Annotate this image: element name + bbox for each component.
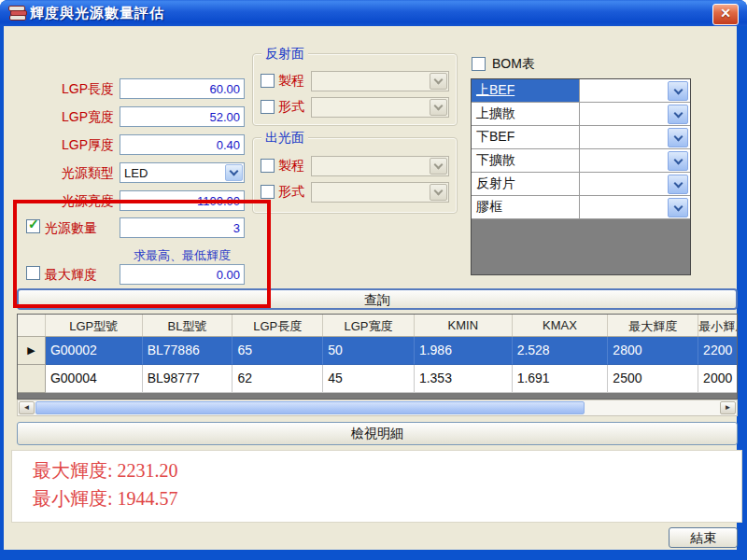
min-luminance-result: 最小輝度: 1944.57 (33, 486, 178, 511)
end-button[interactable]: 結束 (669, 527, 738, 548)
bom-row-label: 膠框 (472, 196, 580, 219)
cell-lgp-width: 45 (323, 365, 415, 393)
chevron-down-icon[interactable] (225, 164, 243, 181)
light-type-select[interactable]: LED (120, 162, 245, 183)
chevron-down-icon[interactable] (668, 175, 688, 194)
bom-row-select[interactable] (580, 126, 690, 149)
cell-bl-model: BL98777 (143, 365, 233, 393)
lgp-thickness-label: LGP厚度 (30, 137, 114, 154)
lgp-thickness-input[interactable] (120, 134, 245, 155)
bom-checkbox[interactable] (472, 57, 486, 71)
bom-row-upper-bef[interactable]: 上BEF (472, 79, 690, 103)
cell-min-luminance: 2000 (698, 365, 737, 393)
max-luminance-label: 最大輝度 (45, 267, 129, 284)
grid-header-lgp-width[interactable]: LGP寬度 (323, 315, 415, 336)
dialog-window: 輝度與光源數量評估 ✕ LGP長度 LGP寬度 LGP厚度 光源類型 LED 光… (0, 0, 747, 560)
exit-form-label: 形式 (278, 184, 304, 201)
grid-header-row: LGP型號 BL型號 LGP長度 LGP寬度 KMIN KMAX 最大輝度 最小… (18, 315, 737, 337)
bom-row-select[interactable] (580, 196, 690, 219)
reflect-form-select[interactable] (311, 97, 449, 118)
exit-process-select[interactable] (311, 156, 449, 176)
exit-surface-title: 出光面 (261, 130, 308, 147)
grid-header-selector (18, 315, 46, 336)
lgp-length-input[interactable] (120, 78, 245, 99)
bom-row-label: 反射片 (472, 173, 580, 196)
reflect-process-checkbox[interactable] (261, 74, 275, 88)
exit-process-checkbox[interactable] (261, 159, 275, 173)
scrollbar-thumb[interactable] (35, 401, 585, 414)
grid-header-max-luminance[interactable]: 最大輝度 (608, 315, 698, 336)
bom-row-upper-diffuser[interactable]: 上擴散 (472, 103, 690, 126)
bom-row-reflector[interactable]: 反射片 (472, 173, 690, 196)
app-icon (8, 6, 25, 21)
bom-row-select[interactable] (580, 149, 690, 173)
cell-kmin: 1.986 (415, 337, 513, 365)
cell-kmin: 1.353 (415, 365, 513, 393)
light-count-label: 光源數量 (45, 220, 129, 237)
cell-lgp-model: G00004 (46, 365, 143, 393)
cell-min-luminance: 2200 (698, 337, 737, 365)
grid-header-lgp-length[interactable]: LGP長度 (233, 315, 323, 336)
title-bar[interactable]: 輝度與光源數量評估 ✕ (0, 0, 747, 26)
cell-kmax: 1.691 (513, 365, 609, 393)
grid-header-min-luminance[interactable]: 最小輝度 (698, 315, 737, 336)
cell-lgp-width: 50 (323, 337, 415, 365)
view-detail-button[interactable]: 檢視明細 (17, 422, 738, 445)
light-count-input[interactable] (120, 217, 245, 238)
bom-row-frame[interactable]: 膠框 (472, 196, 690, 219)
chevron-down-icon[interactable] (430, 184, 447, 201)
close-icon[interactable]: ✕ (712, 4, 739, 25)
grid-header-kmin[interactable]: KMIN (415, 315, 513, 336)
reflect-form-checkbox[interactable] (261, 100, 275, 114)
scroll-left-icon[interactable]: ◄ (19, 401, 35, 414)
bom-row-lower-diffuser[interactable]: 下擴散 (472, 149, 690, 173)
cell-kmax: 2.528 (513, 337, 609, 365)
exit-form-checkbox[interactable] (261, 185, 275, 199)
chevron-down-icon[interactable] (668, 198, 688, 217)
max-luminance-input[interactable] (120, 264, 245, 285)
chevron-down-icon[interactable] (430, 73, 447, 90)
grid-header-lgp-model[interactable]: LGP型號 (46, 315, 143, 336)
bom-panel: 上BEF 上擴散 下BEF 下擴散 (471, 78, 691, 275)
scroll-right-icon[interactable]: ► (720, 401, 736, 414)
chevron-down-icon[interactable] (668, 105, 688, 124)
max-luminance-checkbox[interactable] (26, 266, 40, 280)
query-button[interactable]: 查詢 (17, 288, 738, 310)
exit-form-select[interactable] (311, 182, 449, 203)
table-row[interactable]: ▶ G00002 BL77886 65 50 1.986 2.528 2800 … (18, 337, 737, 365)
lgp-width-label: LGP寬度 (30, 109, 114, 126)
light-brightness-input[interactable] (120, 190, 245, 211)
lgp-length-label: LGP長度 (30, 81, 114, 98)
light-type-label: 光源類型 (30, 165, 114, 182)
chevron-down-icon[interactable] (668, 151, 688, 171)
bom-label: BOM表 (492, 56, 535, 73)
chevron-down-icon[interactable] (430, 158, 447, 175)
reflect-surface-title: 反射面 (261, 46, 308, 63)
chevron-down-icon[interactable] (430, 99, 447, 116)
chevron-down-icon[interactable] (668, 81, 688, 101)
check-icon: ✓ (28, 217, 39, 231)
reflect-process-select[interactable] (311, 71, 449, 91)
chevron-down-icon[interactable] (668, 128, 688, 147)
light-count-checkbox[interactable]: ✓ (26, 219, 40, 233)
horizontal-scrollbar[interactable]: ◄ ► (17, 399, 738, 416)
minmax-hint-label: 求最高、最低輝度 (118, 247, 247, 264)
bom-row-select[interactable] (580, 79, 690, 103)
cell-max-luminance: 2500 (608, 365, 698, 393)
table-row[interactable]: G00004 BL98777 62 45 1.353 1.691 2500 20… (18, 365, 737, 393)
reflect-process-label: 製程 (278, 73, 304, 90)
grid-header-kmax[interactable]: KMAX (513, 315, 609, 336)
bom-row-select[interactable] (580, 103, 690, 126)
grid-header-bl-model[interactable]: BL型號 (143, 315, 233, 336)
window-title: 輝度與光源數量評估 (30, 5, 164, 22)
reflect-surface-group: 反射面 製程 形式 (252, 53, 458, 126)
light-type-value: LED (124, 166, 148, 180)
row-selector[interactable] (18, 365, 46, 393)
result-grid: LGP型號 BL型號 LGP長度 LGP寬度 KMIN KMAX 最大輝度 最小… (17, 314, 738, 399)
bom-row-select[interactable] (580, 173, 690, 196)
cell-lgp-model: G00002 (46, 337, 143, 365)
cell-lgp-length: 65 (233, 337, 323, 365)
lgp-width-input[interactable] (120, 106, 245, 127)
bom-row-lower-bef[interactable]: 下BEF (472, 126, 690, 149)
cell-bl-model: BL77886 (143, 337, 233, 365)
